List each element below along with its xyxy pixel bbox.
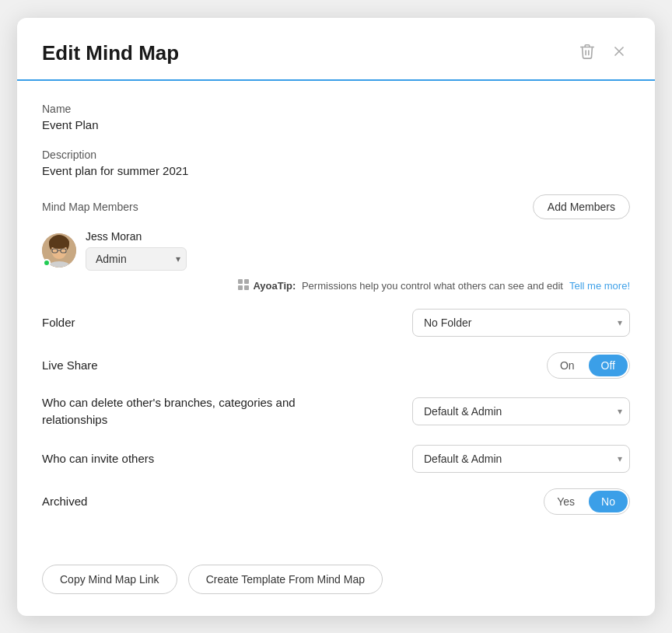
folder-select-wrapper: No Folder ▾ <box>412 309 630 337</box>
members-label: Mind Map Members <box>42 201 138 213</box>
header-actions <box>576 40 630 67</box>
description-value: Event plan for summer 2021 <box>42 164 630 177</box>
tip-label: AyoaTip: Permissions help you control wh… <box>253 280 563 292</box>
modal-header: Edit Mind Map <box>17 18 655 81</box>
delete-button[interactable] <box>576 40 599 67</box>
add-members-button[interactable]: Add Members <box>533 194 630 219</box>
svg-rect-13 <box>244 285 249 290</box>
create-template-button[interactable]: Create Template From Mind Map <box>188 565 383 594</box>
member-info: Jess Moran Admin Member Viewer ▾ <box>86 230 187 271</box>
archived-label: Archived <box>42 495 87 508</box>
invite-label: Who can invite others <box>42 452 154 465</box>
avatar-wrapper <box>42 233 76 268</box>
delete-branches-label: Who can delete other's branches, categor… <box>42 394 338 429</box>
role-select-wrapper: Admin Member Viewer ▾ <box>86 247 187 271</box>
footer-actions: Copy Mind Map Link Create Template From … <box>17 552 655 616</box>
trash-icon <box>579 43 596 64</box>
live-share-row: Live Share On Off <box>42 352 630 379</box>
close-button[interactable] <box>608 40 630 66</box>
description-label: Description <box>42 149 630 161</box>
svg-point-8 <box>49 236 69 249</box>
invite-select-wrapper: Default & Admin Admin Only ▾ <box>412 445 630 473</box>
edit-mindmap-modal: Edit Mind Map <box>17 18 655 616</box>
tip-icon <box>237 278 250 293</box>
member-name: Jess Moran <box>86 230 187 243</box>
description-section: Description Event plan for summer 2021 <box>42 149 630 177</box>
live-share-toggle: On Off <box>547 352 630 379</box>
modal-body: Name Event Plan Description Event plan f… <box>17 81 655 552</box>
delete-branches-select-wrapper: Default & Admin Admin Only ▾ <box>412 397 630 425</box>
svg-rect-10 <box>238 279 243 284</box>
delete-branches-select[interactable]: Default & Admin Admin Only <box>412 397 630 425</box>
folder-row: Folder No Folder ▾ <box>42 309 630 337</box>
live-share-on-button[interactable]: On <box>548 355 587 376</box>
members-header: Mind Map Members Add Members <box>42 194 630 219</box>
delete-branches-row: Who can delete other's branches, categor… <box>42 394 630 429</box>
invite-select[interactable]: Default & Admin Admin Only <box>412 445 630 473</box>
name-section: Name Event Plan <box>42 103 630 131</box>
modal-overlay: Edit Mind Map <box>0 0 672 633</box>
svg-rect-11 <box>244 279 249 284</box>
tip-link[interactable]: Tell me more! <box>569 280 630 292</box>
modal-title: Edit Mind Map <box>42 41 179 65</box>
name-value: Event Plan <box>42 118 630 131</box>
svg-rect-12 <box>238 285 243 290</box>
tip-row: AyoaTip: Permissions help you control wh… <box>42 278 630 293</box>
live-share-label: Live Share <box>42 358 98 372</box>
live-share-off-button[interactable]: Off <box>589 355 628 376</box>
tip-bold-text: AyoaTip: <box>253 280 296 292</box>
archived-row: Archived Yes No <box>42 488 630 515</box>
folder-select[interactable]: No Folder <box>412 309 630 337</box>
role-select[interactable]: Admin Member Viewer <box>86 247 187 271</box>
folder-label: Folder <box>42 316 75 329</box>
member-row: Jess Moran Admin Member Viewer ▾ <box>42 230 630 271</box>
archived-toggle: Yes No <box>544 488 630 515</box>
avatar-online-indicator <box>43 259 51 267</box>
name-label: Name <box>42 103 630 115</box>
tip-description: Permissions help you control what others… <box>302 280 563 292</box>
invite-row: Who can invite others Default & Admin Ad… <box>42 445 630 473</box>
archived-no-button[interactable]: No <box>589 491 628 512</box>
copy-link-button[interactable]: Copy Mind Map Link <box>42 565 177 594</box>
close-icon <box>611 44 627 63</box>
archived-yes-button[interactable]: Yes <box>544 491 587 512</box>
